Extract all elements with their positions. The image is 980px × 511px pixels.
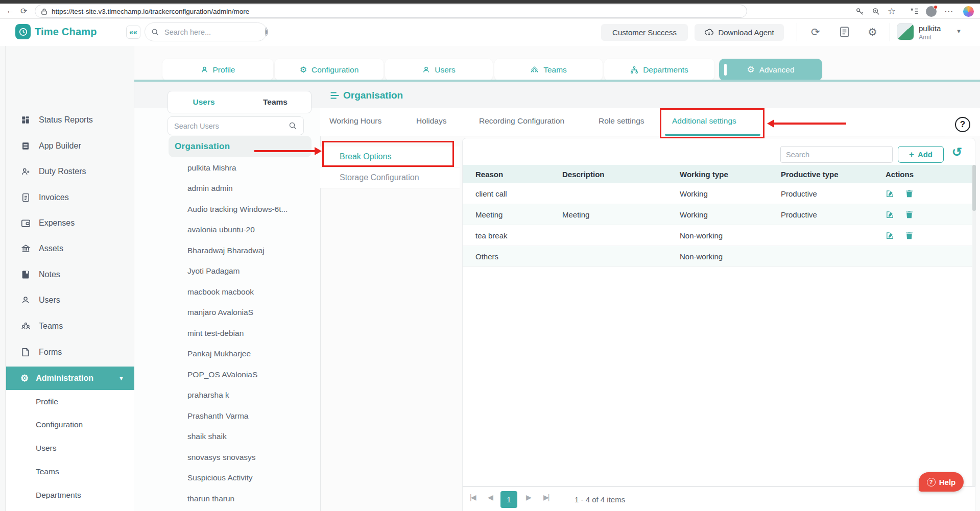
reset-icon[interactable]: ↺ <box>952 145 962 159</box>
user-list-item[interactable]: Prashanth Varma <box>187 406 315 426</box>
tab-configuration[interactable]: ⚙Configuration <box>275 59 384 81</box>
sidebar-item-notes[interactable]: Notes <box>6 264 134 285</box>
table-scrollbar-thumb[interactable] <box>972 165 976 211</box>
help-question-icon[interactable]: ? <box>955 117 970 132</box>
current-page-button[interactable]: 1 <box>500 491 517 508</box>
user-list-item[interactable]: admin admin <box>187 178 315 199</box>
user-list-item[interactable]: pulkita Mishra <box>187 158 315 178</box>
browser-back-icon[interactable]: ← <box>6 6 14 15</box>
sidebar-item-forms[interactable]: Forms <box>6 342 134 362</box>
sidebar-subitem-profile[interactable]: Profile <box>6 392 134 412</box>
table-search-input[interactable] <box>780 146 893 163</box>
toggle-users[interactable]: Users <box>168 91 240 113</box>
table-scrollbar-track[interactable] <box>972 165 976 486</box>
first-page-icon[interactable]: |◀ <box>470 493 475 501</box>
refresh-icon[interactable]: ⟳ <box>811 26 820 38</box>
user-list-item[interactable]: Pankaj Mukharjee <box>187 344 315 364</box>
sidebar-item-expenses[interactable]: Expenses <box>6 213 134 233</box>
user-list-item[interactable]: macbook macbook <box>187 282 315 302</box>
help-question-icon: ? <box>927 478 936 486</box>
user-list-item[interactable]: tharun tharun <box>187 489 315 509</box>
browser-reload-icon[interactable]: ⟳ <box>20 6 27 16</box>
subtab-recording-configuration[interactable]: Recording Configuration <box>479 116 564 126</box>
global-search-input[interactable] <box>164 28 260 36</box>
browser-favorites-list-icon[interactable] <box>908 5 921 18</box>
tab-profile[interactable]: Profile <box>162 59 273 81</box>
browser-menu-icon[interactable]: ⋯ <box>942 5 955 18</box>
download-agent-button[interactable]: Download Agent <box>695 24 784 41</box>
search-info-icon[interactable]: i <box>265 28 268 36</box>
edit-icon[interactable] <box>886 210 894 219</box>
tab-departments[interactable]: Departments <box>604 59 714 81</box>
sidebar-item-duty-rosters[interactable]: Duty Rosters <box>6 161 134 182</box>
delete-icon[interactable] <box>905 210 913 219</box>
user-list-item[interactable]: mint test-debian <box>187 323 315 344</box>
bank-icon <box>20 244 31 253</box>
user-list-item[interactable]: shaik shaik <box>187 426 315 447</box>
subtab-working-hours[interactable]: Working Hours <box>329 116 381 126</box>
cell-reason: client call <box>463 189 562 198</box>
customer-success-button[interactable]: Customer Success <box>601 24 688 41</box>
user-list-item[interactable]: Suspicious Activity <box>187 468 315 488</box>
report-document-icon[interactable] <box>840 27 849 37</box>
wallet-icon <box>20 219 31 228</box>
person-plus-icon <box>20 167 31 176</box>
sidebar-subitem-users[interactable]: Users <box>6 438 134 458</box>
browser-profile-avatar[interactable] <box>924 5 938 18</box>
org-tree-root[interactable]: Organisation <box>169 136 312 157</box>
user-list-item[interactable]: snovasys snovasys <box>187 447 315 468</box>
cell-working-type: Non-working <box>680 231 781 240</box>
sidebar-item-status-reports[interactable]: Status Reports <box>6 110 134 130</box>
annotation-box-additional-settings <box>660 108 764 138</box>
edit-icon[interactable] <box>886 231 894 240</box>
user-search-input[interactable] <box>174 122 289 130</box>
global-search[interactable]: i <box>145 22 267 41</box>
sidebar-subitem-teams[interactable]: Teams <box>6 461 134 482</box>
toggle-teams[interactable]: Teams <box>240 91 311 113</box>
browser-password-key-icon[interactable] <box>853 5 866 18</box>
user-list-item[interactable]: manjaro AvaloniaS <box>187 302 315 323</box>
user-search[interactable] <box>168 116 304 135</box>
cell-reason: Others <box>463 252 562 261</box>
subtab-holidays[interactable]: Holidays <box>416 116 446 126</box>
menu-item-storage-configuration[interactable]: Storage Configuration <box>320 167 460 188</box>
sidebar-item-users[interactable]: Users <box>6 290 134 310</box>
sidebar-item-invoices[interactable]: Invoices <box>6 187 134 208</box>
help-button[interactable]: ?Help <box>919 472 964 492</box>
user-menu-caret-icon[interactable]: ▼ <box>956 28 962 34</box>
copilot-icon[interactable] <box>962 5 975 18</box>
browser-zoom-icon[interactable] <box>869 5 882 18</box>
sidebar-item-assets[interactable]: Assets <box>6 238 134 259</box>
prev-page-icon[interactable]: ◀ <box>488 493 492 501</box>
delete-icon[interactable] <box>905 231 913 240</box>
sidebar-item-administration[interactable]: ⚙Administration▼ <box>6 367 134 390</box>
sidebar-collapse-button[interactable]: «« <box>126 26 140 39</box>
sidebar-subitem-departments[interactable]: Departments <box>6 485 134 505</box>
user-list-item[interactable]: avalonia ubuntu-20 <box>187 220 315 240</box>
tab-users[interactable]: Users <box>385 59 493 81</box>
sidebar-subitem-configuration[interactable]: Configuration <box>6 415 134 435</box>
cell-working-type: Non-working <box>680 252 781 261</box>
table-header: Reason Description Working type Producti… <box>463 165 972 183</box>
user-list-item[interactable]: Audio tracking Windows-6t... <box>187 199 315 220</box>
column-header: Actions <box>881 170 914 179</box>
user-list-item[interactable]: POP_OS AValoniaS <box>187 364 315 385</box>
delete-icon[interactable] <box>905 189 913 198</box>
next-page-icon[interactable]: ▶ <box>526 493 531 501</box>
user-list-item[interactable]: Bharadwaj Bharadwaj <box>187 240 315 261</box>
tab-advanced[interactable]: ⚙Advanced <box>719 59 822 81</box>
subtab-role-settings[interactable]: Role settings <box>599 116 644 126</box>
tab-teams[interactable]: Teams <box>494 59 603 81</box>
last-page-icon[interactable]: ▶| <box>543 493 548 501</box>
sidebar-item-app-builder[interactable]: App Builder <box>6 136 134 156</box>
add-button[interactable]: +Add <box>898 146 944 163</box>
browser-bookmark-star-icon[interactable]: ☆ <box>885 5 898 18</box>
sidebar-subitem-advanced[interactable]: Advanced <box>6 508 134 511</box>
settings-gear-icon[interactable]: ⚙ <box>868 26 877 38</box>
user-list-item[interactable]: praharsha k <box>187 385 315 405</box>
user-list-item[interactable]: Jyoti Padagam <box>187 261 315 281</box>
browser-address-bar[interactable]: https://test-site.v3.timechamp.io/tracke… <box>35 5 747 18</box>
sidebar-item-teams[interactable]: Teams <box>6 316 134 336</box>
edit-icon[interactable] <box>886 189 894 198</box>
user-avatar[interactable] <box>897 23 914 40</box>
